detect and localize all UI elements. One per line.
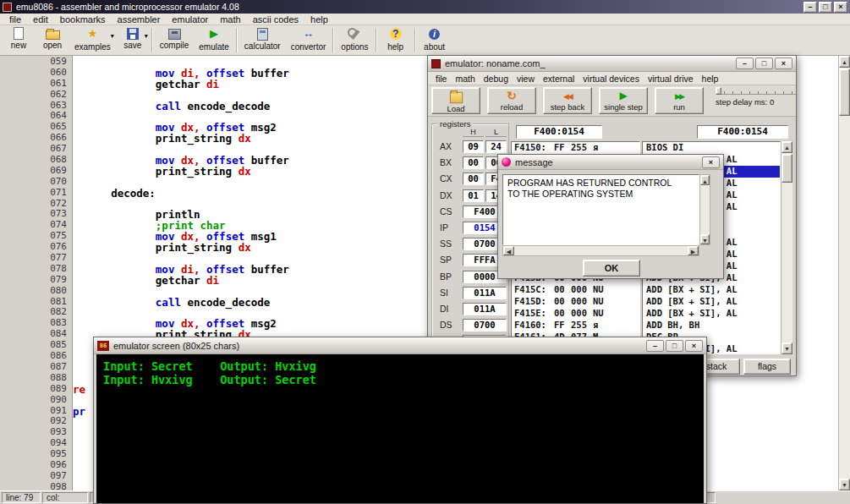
emu-toolbar-button-step-back[interactable]: step back xyxy=(543,87,592,114)
editor-vertical-scrollbar[interactable] xyxy=(838,56,850,490)
scroll-down-icon[interactable] xyxy=(839,479,850,490)
toolbar-button-open[interactable]: open xyxy=(36,25,69,55)
code-text[interactable]: ;print char xyxy=(73,219,226,230)
code-text[interactable]: pr xyxy=(73,405,85,416)
disassembly-row[interactable]: ADD [BX + SI], AL xyxy=(643,296,780,308)
toolbar-button-emulate[interactable]: emulate xyxy=(194,25,234,55)
emu-toolbar-button-reload[interactable]: reload xyxy=(487,87,536,114)
maximize-icon[interactable] xyxy=(666,340,683,352)
toolbar-button-about[interactable]: about xyxy=(418,25,452,55)
minimize-icon[interactable] xyxy=(736,58,754,69)
message-horizontal-scrollbar[interactable] xyxy=(502,245,699,256)
emu-menu-item-help[interactable]: help xyxy=(698,74,723,84)
toolbar-button-new[interactable]: new xyxy=(2,25,36,55)
register-dx-h-field[interactable]: 01 xyxy=(463,189,484,202)
emu-menu-item-virtual-devices[interactable]: virtual devices xyxy=(579,74,644,84)
scrollbar-thumb[interactable] xyxy=(781,154,792,183)
emu-menu-item-view[interactable]: view xyxy=(513,74,539,84)
close-icon[interactable] xyxy=(685,340,703,352)
code-text[interactable]: mov di, offset buffer xyxy=(73,67,289,78)
disassembly-row[interactable]: ADD [BX + SI], AL xyxy=(643,308,780,320)
disassembly-row[interactable]: ADD BH, BH xyxy=(643,320,780,331)
minimize-icon[interactable] xyxy=(803,2,817,13)
register-di-field[interactable]: 011A xyxy=(463,303,507,315)
ok-button[interactable]: OK xyxy=(583,260,640,277)
toolbar-button-examples[interactable]: examples xyxy=(69,25,116,55)
menu-item-ascii-codes[interactable]: ascii codes xyxy=(247,14,304,25)
menu-item-emulator[interactable]: emulator xyxy=(166,14,214,25)
code-text[interactable]: decode: xyxy=(73,187,156,198)
maximize-icon[interactable] xyxy=(755,58,773,69)
disassembly-row[interactable]: ADD [BX + SI], AL xyxy=(643,284,780,296)
register-ax-h-field[interactable]: 09 xyxy=(463,140,484,153)
toolbar-button-calculator[interactable]: calculator xyxy=(239,25,286,55)
memory-row[interactable]: F415E:00000NU xyxy=(512,308,639,320)
close-icon[interactable] xyxy=(834,2,847,13)
memory-row[interactable]: F415D:00000NU xyxy=(512,296,639,308)
code-text[interactable]: mov dx, offset msg2 xyxy=(73,121,277,132)
code-text[interactable]: getchar di xyxy=(73,274,219,285)
memory-row[interactable]: F4160:FF255я xyxy=(512,320,639,331)
toolbar-button-options[interactable]: options xyxy=(336,25,373,55)
register-si-field[interactable]: 011A xyxy=(463,287,507,299)
toolbar-button-save[interactable]: save xyxy=(116,25,150,55)
memory-row[interactable]: F4150:FF255я xyxy=(512,142,639,154)
menu-item-edit[interactable]: edit xyxy=(27,14,54,25)
menu-item-help[interactable]: help xyxy=(304,14,334,25)
dropdown-arrow-icon[interactable] xyxy=(111,32,114,40)
memory-row[interactable]: F415C:00000NU xyxy=(512,284,639,296)
code-text[interactable]: call encode_decode xyxy=(73,100,270,111)
scroll-up-icon[interactable] xyxy=(781,141,792,153)
scroll-up-icon[interactable] xyxy=(700,175,710,185)
scroll-down-icon[interactable] xyxy=(700,234,710,244)
register-bx-h-field[interactable]: 00 xyxy=(463,156,484,169)
dropdown-arrow-icon[interactable] xyxy=(145,32,148,40)
message-titlebar[interactable]: message xyxy=(498,155,723,170)
scrollbar-thumb[interactable] xyxy=(839,68,850,116)
scroll-left-icon[interactable] xyxy=(503,246,514,255)
emu-toolbar-button-load-folder[interactable]: Load xyxy=(431,87,480,114)
register-ds-field[interactable]: 0700 xyxy=(463,319,507,331)
close-icon[interactable] xyxy=(702,156,720,168)
emu-toolbar-button-single-step[interactable]: single step xyxy=(599,87,648,114)
slider-thumb[interactable] xyxy=(716,87,721,95)
disassembly-address-field[interactable]: F400:0154 xyxy=(697,125,788,139)
code-text[interactable]: getchar di xyxy=(73,78,219,89)
emu-menu-item-math[interactable]: math xyxy=(451,74,479,84)
emu-menu-item-debug[interactable]: debug xyxy=(480,74,513,84)
register-ax-l-field[interactable]: 24 xyxy=(485,140,507,153)
menu-item-assembler[interactable]: assembler xyxy=(112,14,167,25)
screen-titlebar[interactable]: 86 emulator screen (80x25 chars) xyxy=(94,337,706,354)
scroll-down-icon[interactable] xyxy=(781,342,792,354)
disassembly-row[interactable]: BIOS DI xyxy=(643,142,780,154)
toolbar-button-help[interactable]: help xyxy=(379,25,413,55)
emu-menu-item-file[interactable]: file xyxy=(431,74,451,84)
flags-button[interactable]: flags xyxy=(743,359,791,375)
scroll-up-icon[interactable] xyxy=(839,56,850,68)
step-delay-slider[interactable] xyxy=(716,87,796,95)
maximize-icon[interactable] xyxy=(819,2,832,13)
message-vertical-scrollbar[interactable] xyxy=(699,174,710,245)
menu-item-file[interactable]: file xyxy=(3,14,27,25)
menu-item-math[interactable]: math xyxy=(214,14,246,25)
code-text[interactable]: re xyxy=(73,383,85,394)
menu-item-bookmarks[interactable]: bookmarks xyxy=(54,14,112,25)
toolbar-button-convertor[interactable]: convertor xyxy=(286,25,332,55)
code-text[interactable]: println xyxy=(73,208,200,219)
close-icon[interactable] xyxy=(775,58,792,69)
toolbar-button-compile[interactable]: compile xyxy=(155,25,194,55)
emu-toolbar-button-run[interactable]: run xyxy=(655,87,704,114)
register-cx-h-field[interactable]: 00 xyxy=(463,173,484,185)
code-text[interactable]: call encode_decode xyxy=(73,296,270,307)
code-text[interactable]: print_string dx xyxy=(73,165,251,176)
code-text[interactable]: mov dx, offset buffer xyxy=(73,154,289,165)
code-text[interactable]: print_string dx xyxy=(73,132,251,143)
code-text[interactable]: mov di, offset buffer xyxy=(73,263,289,274)
minimize-icon[interactable] xyxy=(646,340,664,352)
emulator-titlebar[interactable]: emulator: noname.com_ xyxy=(428,56,796,72)
emu-menu-item-external[interactable]: external xyxy=(539,74,579,84)
code-text[interactable]: mov dx, offset msg2 xyxy=(73,317,277,328)
emu-menu-item-virtual-drive[interactable]: virtual drive xyxy=(644,74,698,84)
main-titlebar[interactable]: emu8086 - assembler and microprocessor e… xyxy=(0,0,850,14)
memory-address-field[interactable]: F400:0154 xyxy=(516,125,602,139)
